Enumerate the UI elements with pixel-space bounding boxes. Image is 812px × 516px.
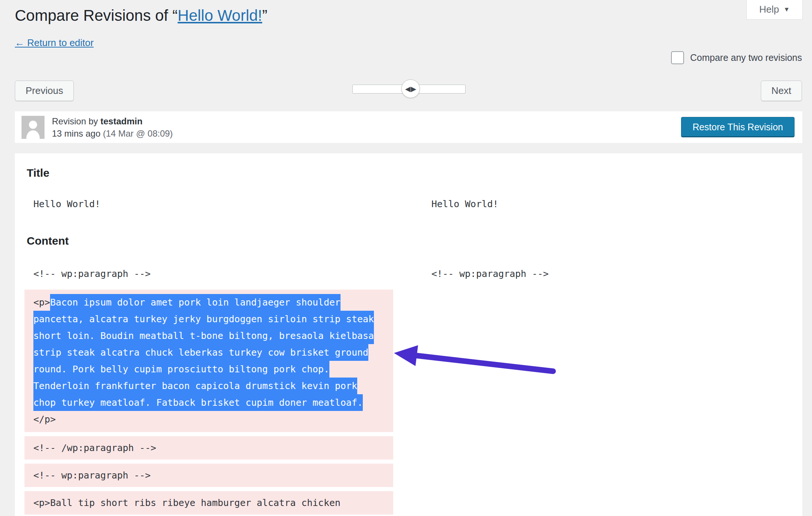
revision-time-ago: 13 mins ago — [52, 128, 101, 138]
selected-text: Bacon ipsum dolor amet pork loin landjae… — [33, 294, 374, 411]
removed-paragraph-block: <p>Bacon ipsum dolor amet pork loin land… — [24, 290, 393, 432]
title-section-heading: Title — [27, 167, 793, 179]
compare-revisions-page: Help ▼ Compare Revisions of “Hello World… — [0, 0, 812, 516]
removed-line: <!-- wp:paragraph --> — [24, 464, 393, 487]
unchanged-open-comment: <!-- wp:paragraph --> — [423, 262, 793, 285]
content-diff-row: <!-- wp:paragraph --> <p>Bacon ipsum dol… — [24, 262, 793, 516]
byline-prefix: Revision by — [52, 116, 101, 126]
title-new-value: Hello World! — [423, 190, 793, 218]
slider-left-arrow-icon: ◀ — [405, 85, 411, 93]
chevron-down-icon: ▼ — [783, 6, 790, 13]
avatar — [22, 116, 45, 139]
post-title-link[interactable]: Hello World! — [178, 7, 262, 24]
revision-byline: Revision by testadmin 13 mins ago (14 Ma… — [52, 115, 173, 140]
content-section-heading: Content — [27, 235, 793, 247]
slider-handle[interactable]: ◀ ▶ — [401, 79, 420, 98]
compare-two-revisions-toggle[interactable]: Compare any two revisions — [671, 51, 802, 64]
page-title-prefix: Compare Revisions of “ — [15, 7, 178, 24]
return-to-editor-link[interactable]: ← Return to editor — [15, 37, 93, 49]
help-dropdown[interactable]: Help ▼ — [746, 0, 803, 20]
page-title: Compare Revisions of “Hello World!” — [15, 7, 267, 25]
p-open-tag: <p> — [33, 297, 50, 308]
slider-right-arrow-icon: ▶ — [411, 85, 417, 93]
compare-checkbox[interactable] — [671, 51, 684, 64]
removed-line: <!-- /wp:paragraph --> — [24, 436, 393, 460]
revision-timestamp: (14 Mar @ 08:09) — [103, 128, 172, 138]
diff-old-column: <!-- wp:paragraph --> <p>Bacon ipsum dol… — [24, 262, 393, 516]
revision-slider[interactable]: ◀ ▶ — [352, 85, 466, 94]
compare-checkbox-label: Compare any two revisions — [690, 52, 802, 63]
removed-line: <p>Ball tip short ribs ribeye hamburger … — [24, 491, 393, 515]
next-button[interactable]: Next — [761, 81, 802, 101]
help-label: Help — [759, 4, 779, 15]
p-close-tag: </p> — [33, 411, 384, 428]
diff-new-column: <!-- wp:paragraph --> — [423, 262, 793, 516]
title-diff-row: Hello World! Hello World! — [24, 190, 793, 218]
revision-diff-panel: Title Hello World! Hello World! Content … — [15, 153, 802, 516]
title-old-value: Hello World! — [24, 190, 393, 218]
page-title-suffix: ” — [262, 7, 267, 24]
revision-meta-bar: Revision by testadmin 13 mins ago (14 Ma… — [15, 111, 802, 143]
unchanged-open-comment: <!-- wp:paragraph --> — [24, 262, 393, 285]
restore-this-revision-button[interactable]: Restore This Revision — [681, 117, 795, 137]
revision-author: testadmin — [101, 116, 142, 126]
previous-button[interactable]: Previous — [15, 81, 74, 101]
